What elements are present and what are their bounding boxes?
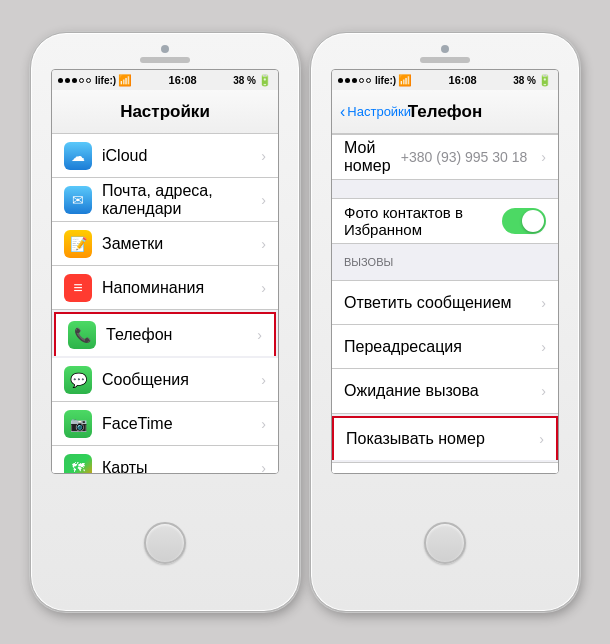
list-item-phone[interactable]: 📞 Телефон ›: [54, 312, 276, 356]
battery-left: 38 %: [233, 75, 256, 86]
battery-icon-right: 🔋: [538, 74, 552, 87]
icon-reminders: ≡: [64, 274, 92, 302]
icon-messages: 💬: [64, 366, 92, 394]
label-phone: Телефон: [106, 326, 247, 344]
speaker-right: [420, 57, 470, 63]
screen-right: life:) 📶 16:08 38 % 🔋 ‹ Настройки Телефо…: [331, 69, 559, 474]
list-item-maps[interactable]: 🗺 Карты ›: [52, 446, 278, 474]
nav-bar-right: ‹ Настройки Телефон: [332, 90, 558, 134]
home-button-right[interactable]: [424, 522, 466, 564]
chevron-shownum: ›: [539, 431, 544, 447]
battery-icon-left: 🔋: [258, 74, 272, 87]
contacts-photo-toggle[interactable]: [502, 208, 546, 234]
status-right-right: 38 % 🔋: [513, 74, 552, 87]
icon-notes: 📝: [64, 230, 92, 258]
chevron-maps: ›: [261, 460, 266, 475]
screen-left: life:) 📶 16:08 38 % 🔋 Настройки ☁: [51, 69, 279, 474]
chevron-my-number: ›: [541, 149, 546, 165]
icon-icloud: ☁: [64, 142, 92, 170]
list-item-facetime[interactable]: 📷 FaceTime ›: [52, 402, 278, 446]
list-item-reminders[interactable]: ≡ Напоминания ›: [52, 266, 278, 310]
label-shownum: Показывать номер: [346, 430, 529, 448]
chevron-messages: ›: [261, 372, 266, 388]
rdot4: [359, 78, 364, 83]
phones-container: life:) 📶 16:08 38 % 🔋 Настройки ☁: [20, 22, 590, 622]
label-waiting: Ожидание вызова: [344, 382, 531, 400]
iphone-top-right: [311, 33, 579, 69]
chevron-mail: ›: [261, 192, 266, 208]
rdot5: [366, 78, 371, 83]
nav-back-arrow: ‹: [340, 103, 345, 121]
list-item-waiting[interactable]: Ожидание вызова ›: [332, 369, 558, 413]
label-messages: Сообщения: [102, 371, 251, 389]
list-item-contacts-photo[interactable]: Фото контактов в Избранном: [332, 199, 558, 243]
section-header-calls: ВЫЗОВЫ: [332, 252, 558, 280]
wifi-icon-right: 📶: [398, 74, 412, 87]
icon-phone: 📞: [68, 321, 96, 349]
battery-right: 38 %: [513, 75, 536, 86]
iphone-bottom-left: [144, 474, 186, 611]
nav-bar-left: Настройки: [52, 90, 278, 134]
list-item-messages[interactable]: 💬 Сообщения ›: [52, 358, 278, 402]
contacts-photo-label: Фото контактов в Избранном: [344, 204, 492, 238]
carrier-left: life:): [95, 75, 116, 86]
list-item-shownum[interactable]: Показывать номер ›: [332, 416, 558, 460]
list-item-notes[interactable]: 📝 Заметки ›: [52, 222, 278, 266]
label-reply: Ответить сообщением: [344, 294, 531, 312]
speaker-left: [140, 57, 190, 63]
list-item-mail[interactable]: ✉ Почта, адреса, календари ›: [52, 178, 278, 222]
status-right-left: 38 % 🔋: [233, 74, 272, 87]
label-facetime: FaceTime: [102, 415, 251, 433]
time-right: 16:08: [449, 74, 477, 86]
icon-mail: ✉: [64, 186, 92, 214]
iphone-left: life:) 📶 16:08 38 % 🔋 Настройки ☁: [30, 32, 300, 612]
chevron-forward: ›: [541, 339, 546, 355]
signal-dots: [58, 78, 91, 83]
toggle-knob: [522, 210, 544, 232]
time-left: 16:08: [169, 74, 197, 86]
phone-detail-list: Мой номер +380 (93) 995 30 18 › Фото кон…: [332, 134, 558, 474]
icon-facetime: 📷: [64, 410, 92, 438]
chevron-reminders: ›: [261, 280, 266, 296]
dot4: [79, 78, 84, 83]
wifi-icon-left: 📶: [118, 74, 132, 87]
label-reminders: Напоминания: [102, 279, 251, 297]
label-notes: Заметки: [102, 235, 251, 253]
status-right-left: life:) 📶: [338, 74, 412, 87]
nav-back-label: Настройки: [347, 104, 411, 119]
iphone-bottom-right: [424, 474, 466, 611]
dot5: [86, 78, 91, 83]
list-item-my-number[interactable]: Мой номер +380 (93) 995 30 18 ›: [332, 135, 558, 179]
my-number-value: +380 (93) 995 30 18: [401, 149, 528, 165]
chevron-notes: ›: [261, 236, 266, 252]
status-bar-left: life:) 📶 16:08 38 % 🔋: [52, 70, 278, 90]
label-icloud: iCloud: [102, 147, 251, 165]
chevron-waiting: ›: [541, 383, 546, 399]
icon-maps: 🗺: [64, 454, 92, 475]
rdot2: [345, 78, 350, 83]
label-mail: Почта, адреса, календари: [102, 182, 251, 218]
iphone-right: life:) 📶 16:08 38 % 🔋 ‹ Настройки Телефо…: [310, 32, 580, 612]
settings-list-left: ☁ iCloud › ✉ Почта, адреса, календари ›: [52, 134, 278, 474]
nav-back[interactable]: ‹ Настройки: [340, 103, 411, 121]
list-item-forward[interactable]: Переадресация ›: [332, 325, 558, 369]
status-left: life:) 📶: [58, 74, 132, 87]
status-bar-right: life:) 📶 16:08 38 % 🔋: [332, 70, 558, 90]
label-maps: Карты: [102, 459, 251, 475]
carrier-right: life:): [375, 75, 396, 86]
camera-right: [441, 45, 449, 53]
list-item-reply[interactable]: Ответить сообщением ›: [332, 281, 558, 325]
home-button-left[interactable]: [144, 522, 186, 564]
rdot3: [352, 78, 357, 83]
dot3: [72, 78, 77, 83]
chevron-reply: ›: [541, 295, 546, 311]
list-item-blocked[interactable]: Заблокированные ›: [332, 463, 558, 474]
nav-title-left: Настройки: [120, 102, 210, 122]
my-number-label: Мой номер: [344, 139, 391, 175]
list-item-icloud[interactable]: ☁ iCloud ›: [52, 134, 278, 178]
chevron-icloud: ›: [261, 148, 266, 164]
dot2: [65, 78, 70, 83]
chevron-phone: ›: [257, 327, 262, 343]
dot1: [58, 78, 63, 83]
chevron-facetime: ›: [261, 416, 266, 432]
